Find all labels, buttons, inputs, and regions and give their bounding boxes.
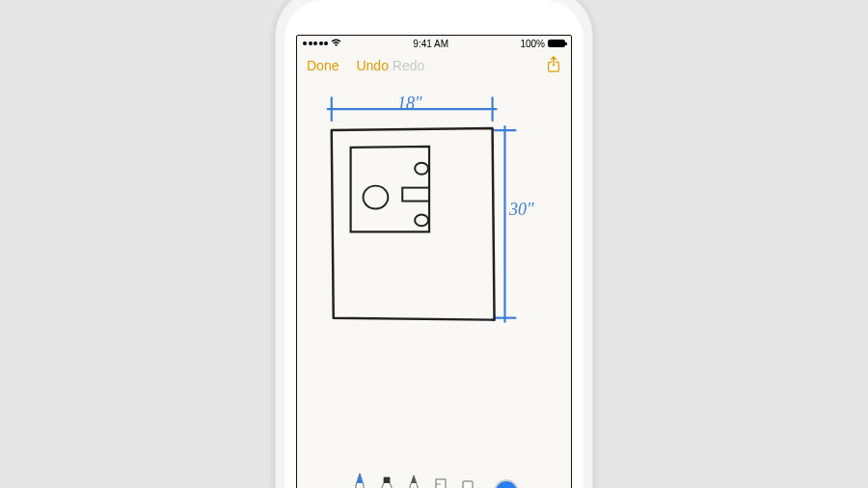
- svg-rect-16: [463, 481, 473, 488]
- undo-button[interactable]: Undo: [356, 58, 388, 73]
- marker-tool[interactable]: [376, 472, 397, 488]
- status-time: 9:41 AM: [413, 39, 448, 49]
- svg-rect-7: [384, 477, 390, 483]
- drawing-canvas[interactable]: 18" 30": [297, 80, 571, 464]
- ruler-tool[interactable]: [430, 472, 451, 488]
- svg-point-3: [415, 163, 428, 175]
- signal-dots-icon: [303, 41, 328, 45]
- svg-point-2: [364, 186, 389, 209]
- status-right: 100%: [520, 39, 565, 49]
- sketch-drawing: [297, 80, 571, 464]
- device-inner: 9:41 AM 100% Done Undo Redo: [285, 0, 583, 488]
- svg-rect-9: [436, 479, 446, 488]
- done-button[interactable]: Done: [307, 58, 339, 73]
- svg-point-5: [415, 214, 428, 226]
- dimension-width-label: 18": [397, 94, 422, 114]
- status-bar: 9:41 AM 100%: [297, 36, 571, 51]
- battery-percent: 100%: [520, 39, 545, 49]
- device-frame: 9:41 AM 100% Done Undo Redo: [275, 0, 593, 488]
- nav-bar: Done Undo Redo: [297, 51, 571, 80]
- svg-rect-4: [402, 188, 429, 202]
- wifi-icon: [331, 39, 341, 49]
- status-left: [303, 39, 341, 49]
- color-swatch[interactable]: [494, 479, 519, 488]
- share-icon[interactable]: [546, 56, 561, 76]
- eraser-tool[interactable]: [457, 472, 478, 488]
- redo-button: Redo: [393, 58, 424, 73]
- dimension-height-label: 30": [509, 200, 534, 220]
- tool-bar: [297, 464, 571, 488]
- pen-tool[interactable]: [349, 472, 370, 488]
- screen: 9:41 AM 100% Done Undo Redo: [296, 35, 572, 488]
- pencil-tool[interactable]: [403, 472, 424, 488]
- battery-icon: [548, 40, 565, 47]
